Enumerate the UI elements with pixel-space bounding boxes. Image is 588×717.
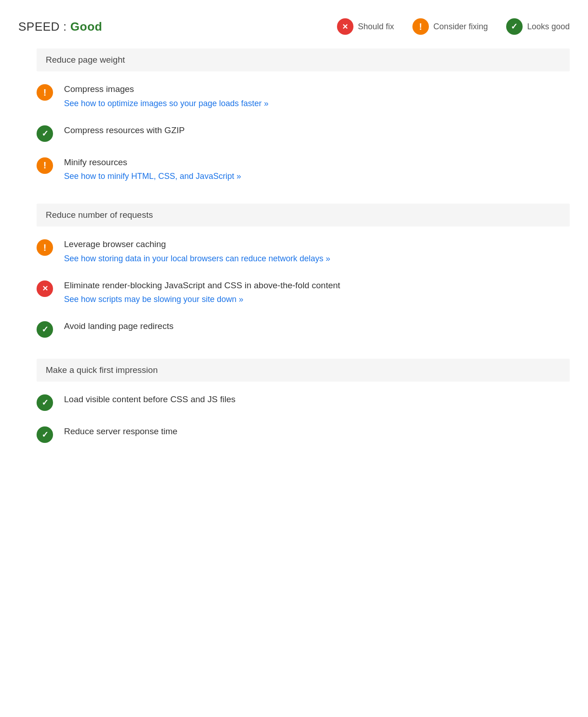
compress-images-title: Compress images: [64, 83, 570, 96]
list-item: Minify resources See how to minify HTML,…: [37, 149, 570, 190]
leverage-caching-title: Leverage browser caching: [64, 238, 570, 251]
list-item: Load visible content before CSS and JS f…: [37, 386, 570, 418]
should-fix-label: Should fix: [358, 22, 394, 32]
speed-text: SPEED :: [18, 20, 70, 33]
server-response-icon: [37, 426, 53, 443]
leverage-caching-content: Leverage browser caching See how storing…: [64, 238, 570, 265]
compress-images-link[interactable]: See how to optimize images so your page …: [64, 97, 570, 110]
legend: Should fix Consider fixing Looks good: [337, 18, 570, 35]
consider-fixing-label: Consider fixing: [433, 22, 488, 32]
leverage-caching-icon: [37, 239, 53, 256]
leverage-caching-link[interactable]: See how storing data in your local brows…: [64, 253, 570, 265]
header: SPEED : Good Should fix Consider fixing …: [18, 9, 570, 49]
server-response-content: Reduce server response time: [64, 426, 570, 440]
legend-should-fix: Should fix: [337, 18, 394, 35]
section-reduce-weight-list: Compress images See how to optimize imag…: [37, 76, 570, 190]
looks-good-label: Looks good: [527, 22, 570, 32]
load-visible-content: Load visible content before CSS and JS f…: [64, 394, 570, 408]
eliminate-render-blocking-content: Eliminate render-blocking JavaScript and…: [64, 280, 570, 306]
speed-status: Good: [70, 20, 102, 33]
minify-resources-link[interactable]: See how to minify HTML, CSS, and JavaScr…: [64, 170, 570, 183]
compress-gzip-content: Compress resources with GZIP: [64, 124, 570, 139]
speed-label: SPEED : Good: [18, 20, 102, 34]
eliminate-render-blocking-link[interactable]: See how scripts may be slowing your site…: [64, 293, 570, 306]
minify-resources-title: Minify resources: [64, 156, 570, 169]
avoid-redirects-title: Avoid landing page redirects: [64, 320, 570, 333]
compress-gzip-icon: [37, 125, 53, 142]
eliminate-render-blocking-title: Eliminate render-blocking JavaScript and…: [64, 280, 570, 292]
load-visible-icon: [37, 394, 53, 411]
list-item: Compress resources with GZIP: [37, 117, 570, 149]
server-response-title: Reduce server response time: [64, 426, 570, 438]
section-quick-impression-header: Make a quick first impression: [37, 359, 570, 382]
minify-resources-content: Minify resources See how to minify HTML,…: [64, 156, 570, 183]
avoid-redirects-icon: [37, 321, 53, 338]
section-reduce-weight-header: Reduce page weight: [37, 49, 570, 71]
minify-resources-icon: [37, 157, 53, 174]
main-content: Reduce page weight Compress images See h…: [18, 49, 570, 450]
compress-images-icon: [37, 84, 53, 101]
legend-looks-good: Looks good: [506, 18, 570, 35]
looks-good-icon: [506, 18, 523, 35]
avoid-redirects-content: Avoid landing page redirects: [64, 320, 570, 334]
page-wrapper: SPEED : Good Should fix Consider fixing …: [18, 9, 570, 450]
section-reduce-requests-list: Leverage browser caching See how storing…: [37, 231, 570, 345]
legend-consider-fixing: Consider fixing: [412, 18, 488, 35]
should-fix-icon: [337, 18, 353, 35]
list-item: Leverage browser caching See how storing…: [37, 231, 570, 272]
section-reduce-requests-header: Reduce number of requests: [37, 204, 570, 226]
compress-images-content: Compress images See how to optimize imag…: [64, 83, 570, 110]
list-item: Avoid landing page redirects: [37, 313, 570, 345]
list-item: Compress images See how to optimize imag…: [37, 76, 570, 117]
load-visible-title: Load visible content before CSS and JS f…: [64, 394, 570, 406]
section-quick-impression-list: Load visible content before CSS and JS f…: [37, 386, 570, 450]
compress-gzip-title: Compress resources with GZIP: [64, 124, 570, 137]
list-item: Reduce server response time: [37, 418, 570, 450]
list-item: Eliminate render-blocking JavaScript and…: [37, 272, 570, 313]
consider-fixing-icon: [412, 18, 429, 35]
eliminate-render-blocking-icon: [37, 280, 53, 297]
